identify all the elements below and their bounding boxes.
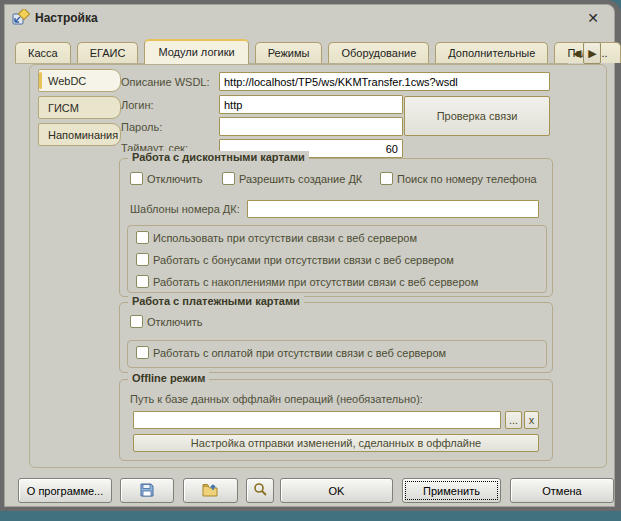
checkbox-payment-disable[interactable]: Отключить <box>130 315 203 328</box>
check-connection-button[interactable]: Проверка связи <box>404 96 550 136</box>
offline-group-title: Offline режим <box>128 372 209 384</box>
checkbox-box <box>136 231 149 244</box>
login-input[interactable] <box>219 95 403 114</box>
tab-scroll-left-icon[interactable]: ◀ <box>573 44 581 62</box>
about-button[interactable]: О программе... <box>18 478 112 503</box>
cancel-button[interactable]: Отмена <box>510 478 614 503</box>
tab-scroll-right-button[interactable]: ▶ <box>583 42 601 64</box>
wsdl-input[interactable] <box>219 72 550 91</box>
close-icon[interactable]: ✕ <box>584 9 602 27</box>
dk-templates-label: Шаблоны номера ДК: <box>130 203 240 215</box>
load-from-file-button[interactable] <box>183 478 238 503</box>
desktop-strip <box>0 511 621 521</box>
tab-egais[interactable]: ЕГАИС <box>77 42 139 63</box>
side-tab-bar: WebDC ГИСМ Напоминания <box>38 69 121 146</box>
payment-offline-panel: Работать с оплатой при отсутствии связи … <box>127 340 547 368</box>
browse-button[interactable]: ... <box>505 411 522 429</box>
checkbox-phone-search[interactable]: Поиск по номеру телефона <box>380 172 537 185</box>
tab-dopolnitelnye[interactable]: Дополнительные <box>435 42 548 63</box>
tab-moduli-logiki[interactable]: Модули логики <box>144 39 248 64</box>
side-tab-webdc[interactable]: WebDC <box>38 69 121 92</box>
save-icon <box>139 482 155 500</box>
checkbox-use-when-offline[interactable]: Использовать при отсутствии связи с веб … <box>136 231 417 244</box>
settings-dialog: Настройка ✕ Касса ЕГАИС Модули логики Ре… <box>4 4 615 507</box>
apply-button[interactable]: Применить <box>402 478 501 503</box>
page-title: Настройка <box>35 11 98 25</box>
offline-changes-settings-button[interactable]: Настройка отправки изменений, сделанных … <box>133 434 539 452</box>
search-icon <box>253 482 268 499</box>
discount-offline-panel: Использовать при отсутствии связи с веб … <box>127 225 547 293</box>
checkbox-box <box>380 172 393 185</box>
form-icon <box>12 9 30 27</box>
checkbox-box <box>222 172 235 185</box>
checkbox-bonuses-when-offline[interactable]: Работать с бонусами при отсутствии связи… <box>136 253 454 266</box>
wsdl-label: Описание WSDL: <box>121 76 210 88</box>
checkbox-box <box>136 275 149 288</box>
offline-mode-group: Offline режим Путь к базе данных оффлайн… <box>119 379 553 461</box>
tab-rezhimy[interactable]: Режимы <box>255 42 323 63</box>
clear-path-button[interactable]: x <box>524 411 539 429</box>
tab-kassa[interactable]: Касса <box>15 42 71 63</box>
checkbox-box <box>130 315 143 328</box>
save-button[interactable] <box>120 478 174 503</box>
checkbox-accumulations-when-offline[interactable]: Работать с накоплениями при отсутствии с… <box>136 275 478 288</box>
payment-cards-group: Работа с платежными картами Отключить Ра… <box>119 302 553 373</box>
checkbox-pay-when-offline[interactable]: Работать с оплатой при отсутствии связи … <box>136 346 446 359</box>
discount-cards-group: Работа с дисконтными картами Отключить Р… <box>119 158 553 297</box>
search-button[interactable] <box>246 478 274 503</box>
checkbox-allow-create-dk[interactable]: Разрешить создание ДК <box>222 172 362 185</box>
password-label: Пароль: <box>121 121 162 133</box>
tab-scroll-arrows: ◀ ▶ <box>573 42 601 64</box>
checkbox-discount-disable[interactable]: Отключить <box>130 172 203 185</box>
login-label: Логин: <box>121 99 154 111</box>
checkbox-box <box>136 346 149 359</box>
offline-db-path-label: Путь к базе данных оффлайн операций (нео… <box>130 393 423 405</box>
discount-group-title: Работа с дисконтными картами <box>128 151 309 163</box>
password-input[interactable] <box>219 117 403 136</box>
tab-oborudovanie[interactable]: Оборудование <box>328 42 429 63</box>
side-tab-napominaniya[interactable]: Напоминания <box>38 123 121 146</box>
title-bar[interactable]: Настройка ✕ <box>5 5 614 31</box>
side-tab-gism[interactable]: ГИСМ <box>38 96 121 119</box>
top-tab-bar: Касса ЕГАИС Модули логики Режимы Оборудо… <box>15 34 568 64</box>
dk-templates-input[interactable] <box>247 200 539 218</box>
folder-upload-icon <box>202 482 220 500</box>
ok-button[interactable]: OK <box>280 478 393 503</box>
tab-scroll-right-icon: ▶ <box>588 44 596 62</box>
offline-db-path-input[interactable] <box>133 411 501 429</box>
payment-group-title: Работа с платежными картами <box>128 295 304 307</box>
checkbox-box <box>136 253 149 266</box>
checkbox-box <box>130 172 143 185</box>
